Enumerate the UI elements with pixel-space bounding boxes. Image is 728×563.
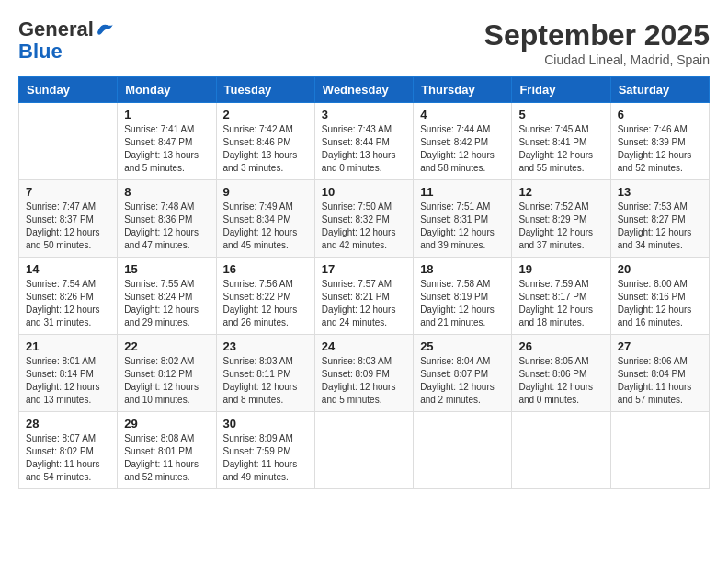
calendar-week-row: 7Sunrise: 7:47 AM Sunset: 8:37 PM Daylig… (19, 180, 710, 258)
day-number: 16 (223, 262, 308, 276)
day-detail: Sunrise: 7:51 AM Sunset: 8:31 PM Dayligh… (420, 201, 505, 252)
day-number: 1 (124, 108, 209, 121)
calendar-week-row: 14Sunrise: 7:54 AM Sunset: 8:26 PM Dayli… (19, 258, 710, 335)
day-number: 5 (518, 108, 603, 121)
day-number: 29 (124, 417, 209, 431)
calendar-day-cell: 30Sunrise: 8:09 AM Sunset: 7:59 PM Dayli… (216, 412, 314, 489)
calendar-day-cell: 20Sunrise: 8:00 AM Sunset: 8:16 PM Dayli… (610, 258, 709, 335)
day-detail: Sunrise: 7:47 AM Sunset: 8:37 PM Dayligh… (26, 201, 110, 252)
day-detail: Sunrise: 7:44 AM Sunset: 8:42 PM Dayligh… (420, 123, 505, 175)
day-detail: Sunrise: 7:57 AM Sunset: 8:21 PM Dayligh… (322, 278, 406, 329)
day-number: 3 (322, 108, 406, 121)
day-number: 26 (518, 339, 603, 353)
title-block: September 2025 Ciudad Lineal, Madrid, Sp… (484, 18, 710, 67)
calendar-day-cell: 29Sunrise: 8:08 AM Sunset: 8:01 PM Dayli… (118, 412, 216, 489)
day-detail: Sunrise: 7:50 AM Sunset: 8:32 PM Dayligh… (322, 201, 406, 252)
calendar-day-cell: 11Sunrise: 7:51 AM Sunset: 8:31 PM Dayli… (414, 180, 512, 258)
calendar-day-cell: 15Sunrise: 7:55 AM Sunset: 8:24 PM Dayli… (118, 258, 216, 335)
day-number: 19 (518, 262, 603, 276)
calendar-day-cell: 2Sunrise: 7:42 AM Sunset: 8:46 PM Daylig… (216, 103, 314, 180)
day-detail: Sunrise: 7:49 AM Sunset: 8:34 PM Dayligh… (223, 201, 308, 252)
logo-blue: Blue (18, 40, 63, 63)
calendar-day-cell: 24Sunrise: 8:03 AM Sunset: 8:09 PM Dayli… (314, 335, 413, 412)
day-number: 20 (618, 262, 702, 276)
day-detail: Sunrise: 8:00 AM Sunset: 8:16 PM Dayligh… (618, 278, 702, 329)
day-number: 27 (618, 339, 702, 353)
day-number: 24 (322, 339, 406, 353)
calendar-day-cell: 10Sunrise: 7:50 AM Sunset: 8:32 PM Dayli… (314, 180, 413, 258)
calendar-day-cell (414, 412, 512, 489)
day-detail: Sunrise: 8:08 AM Sunset: 8:01 PM Dayligh… (124, 432, 209, 484)
day-number: 22 (124, 339, 209, 353)
day-detail: Sunrise: 7:41 AM Sunset: 8:47 PM Dayligh… (124, 123, 209, 175)
day-detail: Sunrise: 7:42 AM Sunset: 8:46 PM Dayligh… (223, 123, 308, 175)
day-detail: Sunrise: 7:48 AM Sunset: 8:36 PM Dayligh… (124, 201, 209, 252)
location: Ciudad Lineal, Madrid, Spain (484, 52, 710, 67)
calendar-table: Sunday Monday Tuesday Wednesday Thursday… (18, 76, 710, 489)
calendar-day-cell: 25Sunrise: 8:04 AM Sunset: 8:07 PM Dayli… (414, 335, 512, 412)
calendar-day-cell: 7Sunrise: 7:47 AM Sunset: 8:37 PM Daylig… (19, 180, 118, 258)
calendar-week-row: 21Sunrise: 8:01 AM Sunset: 8:14 PM Dayli… (19, 335, 710, 412)
day-number: 7 (26, 185, 110, 199)
col-friday: Friday (512, 77, 610, 103)
calendar-day-cell: 19Sunrise: 7:59 AM Sunset: 8:17 PM Dayli… (512, 258, 610, 335)
day-detail: Sunrise: 8:01 AM Sunset: 8:14 PM Dayligh… (26, 355, 110, 407)
day-detail: Sunrise: 8:06 AM Sunset: 8:04 PM Dayligh… (618, 355, 702, 407)
calendar-day-cell: 18Sunrise: 7:58 AM Sunset: 8:19 PM Dayli… (414, 258, 512, 335)
page-header: General Blue September 2025 Ciudad Linea… (18, 18, 710, 67)
day-detail: Sunrise: 7:52 AM Sunset: 8:29 PM Dayligh… (518, 201, 603, 252)
calendar-week-row: 1Sunrise: 7:41 AM Sunset: 8:47 PM Daylig… (19, 103, 710, 180)
day-number: 10 (322, 185, 406, 199)
day-detail: Sunrise: 7:59 AM Sunset: 8:17 PM Dayligh… (518, 278, 603, 329)
day-number: 13 (618, 185, 702, 199)
calendar-day-cell: 3Sunrise: 7:43 AM Sunset: 8:44 PM Daylig… (314, 103, 413, 180)
day-number: 14 (26, 262, 110, 276)
calendar-day-cell: 27Sunrise: 8:06 AM Sunset: 8:04 PM Dayli… (610, 335, 709, 412)
calendar-day-cell: 5Sunrise: 7:45 AM Sunset: 8:41 PM Daylig… (512, 103, 610, 180)
col-monday: Monday (118, 77, 216, 103)
day-number: 6 (618, 108, 702, 121)
calendar-day-cell: 8Sunrise: 7:48 AM Sunset: 8:36 PM Daylig… (118, 180, 216, 258)
day-detail: Sunrise: 7:45 AM Sunset: 8:41 PM Dayligh… (518, 123, 603, 175)
calendar-day-cell: 13Sunrise: 7:53 AM Sunset: 8:27 PM Dayli… (610, 180, 709, 258)
calendar-day-cell: 12Sunrise: 7:52 AM Sunset: 8:29 PM Dayli… (512, 180, 610, 258)
day-number: 17 (322, 262, 406, 276)
day-detail: Sunrise: 7:43 AM Sunset: 8:44 PM Dayligh… (322, 123, 406, 175)
day-detail: Sunrise: 8:05 AM Sunset: 8:06 PM Dayligh… (518, 355, 603, 407)
day-detail: Sunrise: 8:07 AM Sunset: 8:02 PM Dayligh… (26, 432, 110, 484)
col-saturday: Saturday (610, 77, 709, 103)
calendar-day-cell: 21Sunrise: 8:01 AM Sunset: 8:14 PM Dayli… (19, 335, 118, 412)
calendar-day-cell: 14Sunrise: 7:54 AM Sunset: 8:26 PM Dayli… (19, 258, 118, 335)
day-detail: Sunrise: 8:02 AM Sunset: 8:12 PM Dayligh… (124, 355, 209, 407)
calendar-week-row: 28Sunrise: 8:07 AM Sunset: 8:02 PM Dayli… (19, 412, 710, 489)
day-number: 23 (223, 339, 308, 353)
day-number: 15 (124, 262, 209, 276)
day-number: 28 (26, 417, 110, 431)
calendar-day-cell: 23Sunrise: 8:03 AM Sunset: 8:11 PM Dayli… (216, 335, 314, 412)
calendar-day-cell (314, 412, 413, 489)
day-number: 9 (223, 185, 308, 199)
day-number: 8 (124, 185, 209, 199)
day-number: 2 (223, 108, 308, 121)
calendar-day-cell (610, 412, 709, 489)
col-sunday: Sunday (19, 77, 118, 103)
day-number: 18 (420, 262, 505, 276)
col-thursday: Thursday (414, 77, 512, 103)
calendar-day-cell: 22Sunrise: 8:02 AM Sunset: 8:12 PM Dayli… (118, 335, 216, 412)
calendar-day-cell: 4Sunrise: 7:44 AM Sunset: 8:42 PM Daylig… (414, 103, 512, 180)
calendar-day-cell: 16Sunrise: 7:56 AM Sunset: 8:22 PM Dayli… (216, 258, 314, 335)
day-detail: Sunrise: 7:53 AM Sunset: 8:27 PM Dayligh… (618, 201, 702, 252)
month-title: September 2025 (484, 18, 710, 52)
calendar-day-cell: 17Sunrise: 7:57 AM Sunset: 8:21 PM Dayli… (314, 258, 413, 335)
day-detail: Sunrise: 7:56 AM Sunset: 8:22 PM Dayligh… (223, 278, 308, 329)
calendar-day-cell (512, 412, 610, 489)
calendar-header-row: Sunday Monday Tuesday Wednesday Thursday… (19, 77, 710, 103)
day-detail: Sunrise: 8:03 AM Sunset: 8:11 PM Dayligh… (223, 355, 308, 407)
day-detail: Sunrise: 7:54 AM Sunset: 8:26 PM Dayligh… (26, 278, 110, 329)
day-number: 25 (420, 339, 505, 353)
calendar-day-cell: 9Sunrise: 7:49 AM Sunset: 8:34 PM Daylig… (216, 180, 314, 258)
logo-text: General (18, 18, 94, 40)
day-detail: Sunrise: 8:03 AM Sunset: 8:09 PM Dayligh… (322, 355, 406, 407)
day-detail: Sunrise: 7:55 AM Sunset: 8:24 PM Dayligh… (124, 278, 209, 329)
col-tuesday: Tuesday (216, 77, 314, 103)
